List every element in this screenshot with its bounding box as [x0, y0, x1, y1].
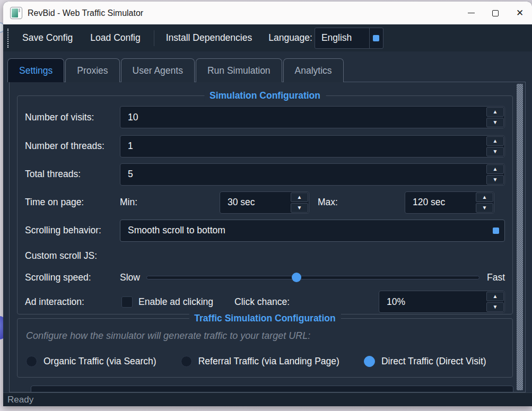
- traffic-configuration-group: Traffic Simulation Configuration Configu…: [17, 318, 513, 378]
- scrolling-speed-slider-handle[interactable]: [292, 273, 301, 282]
- traffic-configuration-title: Traffic Simulation Configuration: [189, 313, 341, 324]
- language-select[interactable]: English: [315, 28, 383, 49]
- tab-user-agents[interactable]: User Agents: [121, 58, 195, 82]
- spinner-down-icon: ▼: [493, 120, 498, 125]
- click-chance-spinbox[interactable]: 10% ▲ ▼: [379, 291, 505, 313]
- click-chance-spin-up-button[interactable]: ▲: [486, 292, 504, 301]
- close-icon: ✕: [516, 8, 524, 18]
- close-button[interactable]: ✕: [508, 2, 532, 24]
- language-label: Language:: [268, 32, 312, 43]
- time-min-spin-up-button[interactable]: ▲: [291, 193, 308, 202]
- threads-spin-down-button[interactable]: ▼: [486, 147, 504, 156]
- time-max-spin-down-button[interactable]: ▼: [476, 203, 493, 213]
- partially-visible-input[interactable]: [31, 386, 513, 392]
- visits-row: Number of visits: 10 ▲ ▼: [18, 102, 512, 132]
- time-min-label: Min:: [120, 197, 220, 208]
- total-threads-value[interactable]: 5: [120, 164, 486, 185]
- spinner-down-icon: ▼: [493, 149, 498, 154]
- tab-settings[interactable]: Settings: [7, 58, 64, 82]
- spinner-down-icon: ▼: [493, 304, 498, 310]
- scrolling-speed-row: Scrolling speed: Slow Fast: [18, 267, 512, 288]
- status-bar: Ready: [3, 392, 532, 406]
- enable-ad-clicking-label: Enable ad clicking: [138, 296, 213, 308]
- app-icon-pane: [12, 8, 18, 18]
- visits-value[interactable]: 10: [120, 107, 486, 128]
- scrolling-speed-slider[interactable]: [146, 276, 479, 279]
- slider-min-label: Slow: [120, 272, 140, 283]
- radio-icon[interactable]: [364, 356, 375, 367]
- scrolling-behavior-select[interactable]: Smooth scroll to bottom: [120, 220, 505, 242]
- enable-ad-clicking-checkbox[interactable]: [121, 296, 133, 308]
- toolbar: Save Config Load Config Install Dependen…: [3, 24, 532, 51]
- spinner-down-icon: ▼: [297, 205, 302, 211]
- custom-scroll-js-label: Custom scroll JS:: [25, 250, 120, 261]
- tab-proxies[interactable]: Proxies: [65, 58, 119, 82]
- radio-direct-traffic[interactable]: Direct Traffic (Direct Visit): [364, 356, 486, 367]
- radio-icon[interactable]: [26, 356, 37, 367]
- threads-spinbox[interactable]: 1 ▲ ▼: [120, 135, 505, 158]
- radio-referral-traffic[interactable]: Referral Traffic (via Landing Page): [181, 356, 339, 367]
- maximize-button[interactable]: [483, 2, 508, 24]
- scrollbar-thumb[interactable]: [517, 84, 523, 390]
- time-min-value[interactable]: 30 sec: [220, 192, 290, 213]
- custom-scroll-js-row: Custom scroll JS:: [18, 244, 512, 267]
- slider-max-label: Fast: [487, 272, 505, 283]
- toolbar-separator: [154, 30, 154, 46]
- tab-bar: Settings Proxies User Agents Run Simulat…: [3, 58, 532, 82]
- click-chance-value[interactable]: 10%: [379, 291, 486, 312]
- ad-interaction-label: Ad interaction:: [25, 296, 120, 308]
- total-threads-spinbox[interactable]: 5 ▲ ▼: [120, 163, 505, 186]
- install-dependencies-button[interactable]: Install Dependencies: [161, 29, 257, 47]
- total-threads-label: Total threads:: [25, 169, 120, 180]
- threads-value[interactable]: 1: [120, 136, 486, 157]
- traffic-type-options: Organic Traffic (via Search) Referral Tr…: [26, 356, 486, 367]
- minimize-button[interactable]: [459, 2, 483, 24]
- time-min-spinbox[interactable]: 30 sec ▲ ▼: [220, 191, 309, 214]
- traffic-configuration-description: Configure how the simulator will generat…: [26, 330, 310, 342]
- save-config-button[interactable]: Save Config: [17, 29, 78, 47]
- spinner-up-icon: ▲: [482, 195, 487, 200]
- app-window: RevBid - Web Traffic Simulator ✕ Save Co…: [3, 2, 532, 406]
- visits-spin-down-button[interactable]: ▼: [486, 118, 504, 127]
- time-max-value[interactable]: 120 sec: [405, 192, 475, 213]
- scrolling-speed-label: Scrolling speed:: [25, 272, 120, 283]
- visits-label: Number of visits:: [25, 112, 120, 123]
- click-chance-spin-down-button[interactable]: ▼: [486, 302, 504, 312]
- load-config-button[interactable]: Load Config: [85, 29, 145, 47]
- minimize-icon: [468, 13, 475, 13]
- visits-spinbox[interactable]: 10 ▲ ▼: [120, 106, 505, 128]
- window-title: RevBid - Web Traffic Simulator: [28, 8, 459, 18]
- scrolling-behavior-value: Smooth scroll to bottom: [120, 225, 493, 236]
- time-min-spin-down-button[interactable]: ▼: [291, 203, 308, 213]
- toolbar-gripper: [7, 29, 8, 48]
- spinner-down-icon: ▼: [482, 205, 487, 211]
- tab-analytics[interactable]: Analytics: [283, 58, 344, 82]
- radio-icon[interactable]: [181, 356, 192, 367]
- time-max-spin-up-button[interactable]: ▲: [476, 193, 493, 202]
- threads-spin-up-button[interactable]: ▲: [486, 136, 504, 146]
- total-threads-spin-down-button[interactable]: ▼: [486, 175, 504, 185]
- total-threads-row: Total threads: 5 ▲ ▼: [18, 160, 512, 188]
- threads-row: Number of threads: 1 ▲ ▼: [18, 132, 512, 160]
- radio-direct-traffic-label: Direct Traffic (Direct Visit): [381, 356, 486, 367]
- time-max-spinbox[interactable]: 120 sec ▲ ▼: [405, 191, 494, 214]
- ad-interaction-row: Ad interaction: Enable ad clicking Click…: [18, 288, 512, 316]
- dropdown-indicator-icon: [373, 35, 379, 41]
- language-select-button[interactable]: [369, 28, 383, 48]
- time-on-page-label: Time on page:: [25, 197, 120, 208]
- spinner-up-icon: ▲: [493, 109, 498, 115]
- dropdown-indicator-icon: [493, 228, 499, 234]
- spinner-up-icon: ▲: [493, 138, 498, 144]
- tab-run-simulation[interactable]: Run Simulation: [196, 58, 282, 82]
- vertical-scrollbar[interactable]: [517, 84, 523, 390]
- total-threads-spin-up-button[interactable]: ▲: [486, 164, 504, 174]
- simulation-configuration-title: Simulation Configuration: [204, 90, 326, 101]
- scrolling-behavior-row: Scrolling behavior: Smooth scroll to bot…: [18, 216, 512, 244]
- spinner-down-icon: ▼: [493, 177, 498, 182]
- visits-spin-up-button[interactable]: ▲: [486, 107, 504, 117]
- radio-referral-traffic-label: Referral Traffic (via Landing Page): [198, 356, 339, 367]
- status-text: Ready: [3, 395, 33, 405]
- radio-organic-traffic[interactable]: Organic Traffic (via Search): [26, 356, 156, 367]
- app-icon-notch: [19, 8, 20, 12]
- title-bar: RevBid - Web Traffic Simulator ✕: [3, 2, 532, 24]
